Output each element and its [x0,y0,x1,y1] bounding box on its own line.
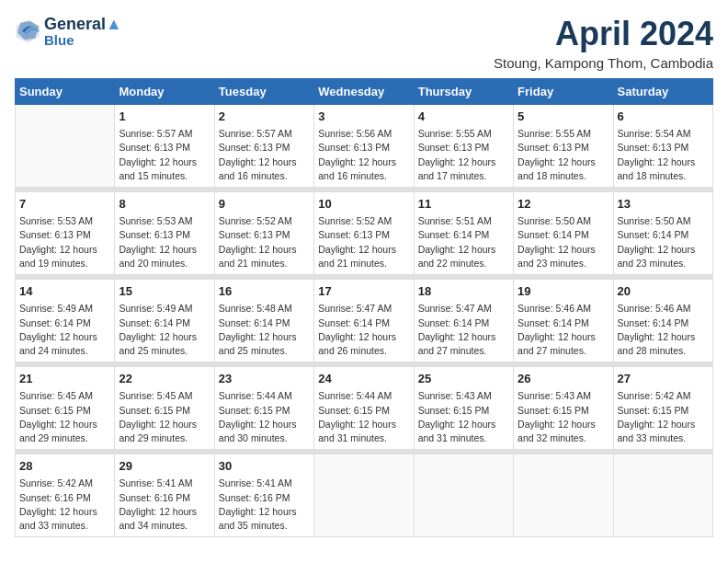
day-info: Sunrise: 5:57 AMSunset: 6:13 PMDaylight:… [119,127,210,183]
day-number: 14 [19,283,110,300]
day-number: 29 [119,458,210,475]
day-info: Sunrise: 5:50 AMSunset: 6:14 PMDaylight:… [618,214,709,270]
day-number: 6 [618,109,709,125]
day-info: Sunrise: 5:44 AMSunset: 6:15 PMDaylight:… [219,389,310,445]
calendar-week-row: 28Sunrise: 5:42 AMSunset: 6:16 PMDayligh… [16,454,713,537]
day-info: Sunrise: 5:52 AMSunset: 6:13 PMDaylight:… [318,214,409,270]
calendar-cell: 29Sunrise: 5:41 AMSunset: 6:16 PMDayligh… [115,454,214,537]
day-number: 20 [618,283,709,300]
day-number: 7 [19,196,110,213]
calendar-week-row: 1Sunrise: 5:57 AMSunset: 6:13 PMDaylight… [16,105,713,188]
calendar-cell: 5Sunrise: 5:55 AMSunset: 6:13 PMDaylight… [514,105,613,188]
day-info: Sunrise: 5:41 AMSunset: 6:16 PMDaylight:… [119,477,210,533]
calendar-cell: 20Sunrise: 5:46 AMSunset: 6:14 PMDayligh… [613,280,712,362]
day-info: Sunrise: 5:46 AMSunset: 6:14 PMDaylight:… [518,302,609,358]
day-info: Sunrise: 5:53 AMSunset: 6:13 PMDaylight:… [119,214,210,270]
day-info: Sunrise: 5:50 AMSunset: 6:14 PMDaylight:… [518,214,609,270]
day-info: Sunrise: 5:55 AMSunset: 6:13 PMDaylight:… [518,127,609,183]
day-info: Sunrise: 5:43 AMSunset: 6:15 PMDaylight:… [518,389,609,445]
calendar-header-row: SundayMondayTuesdayWednesdayThursdayFrid… [16,79,713,105]
calendar-cell: 10Sunrise: 5:52 AMSunset: 6:13 PMDayligh… [314,192,414,275]
day-number: 17 [318,283,409,300]
header-tuesday: Tuesday [214,79,313,105]
calendar-week-row: 7Sunrise: 5:53 AMSunset: 6:13 PMDaylight… [16,192,713,275]
day-info: Sunrise: 5:42 AMSunset: 6:15 PMDaylight:… [618,389,709,445]
day-info: Sunrise: 5:45 AMSunset: 6:15 PMDaylight:… [119,389,210,445]
calendar-cell: 1Sunrise: 5:57 AMSunset: 6:13 PMDaylight… [115,105,214,188]
header-sunday: Sunday [16,79,115,105]
day-number: 9 [219,196,310,213]
calendar-cell: 2Sunrise: 5:57 AMSunset: 6:13 PMDaylight… [214,105,313,188]
calendar-cell: 21Sunrise: 5:45 AMSunset: 6:15 PMDayligh… [16,367,115,450]
calendar-cell: 11Sunrise: 5:51 AMSunset: 6:14 PMDayligh… [414,192,513,275]
day-info: Sunrise: 5:53 AMSunset: 6:13 PMDaylight:… [19,214,110,270]
day-number: 21 [19,371,110,387]
day-info: Sunrise: 5:49 AMSunset: 6:14 PMDaylight:… [19,302,110,358]
page-header: General▲ Blue April 2024 Stoung, Kampong… [15,15,713,71]
calendar-cell [414,454,513,537]
day-number: 4 [418,109,509,125]
calendar-cell: 3Sunrise: 5:56 AMSunset: 6:13 PMDaylight… [314,105,414,188]
day-info: Sunrise: 5:44 AMSunset: 6:15 PMDaylight:… [318,389,409,445]
calendar-cell: 8Sunrise: 5:53 AMSunset: 6:13 PMDaylight… [115,192,214,275]
day-info: Sunrise: 5:47 AMSunset: 6:14 PMDaylight:… [318,302,409,358]
day-info: Sunrise: 5:41 AMSunset: 6:16 PMDaylight:… [219,477,310,533]
calendar-cell: 14Sunrise: 5:49 AMSunset: 6:14 PMDayligh… [16,280,115,362]
calendar-cell [514,454,613,537]
calendar-cell: 27Sunrise: 5:42 AMSunset: 6:15 PMDayligh… [613,367,712,450]
calendar-cell: 17Sunrise: 5:47 AMSunset: 6:14 PMDayligh… [314,280,414,362]
logo-text: General▲ Blue [44,15,122,48]
calendar-cell: 19Sunrise: 5:46 AMSunset: 6:14 PMDayligh… [514,280,613,362]
calendar-cell [16,105,115,188]
day-number: 13 [618,196,709,213]
day-info: Sunrise: 5:49 AMSunset: 6:14 PMDaylight:… [119,302,210,358]
day-info: Sunrise: 5:46 AMSunset: 6:14 PMDaylight:… [618,302,709,358]
calendar-cell: 12Sunrise: 5:50 AMSunset: 6:14 PMDayligh… [514,192,613,275]
day-info: Sunrise: 5:48 AMSunset: 6:14 PMDaylight:… [219,302,310,358]
day-number: 5 [518,109,609,125]
day-number: 26 [518,371,609,387]
header-wednesday: Wednesday [314,79,414,105]
day-info: Sunrise: 5:56 AMSunset: 6:13 PMDaylight:… [318,127,409,183]
day-number: 27 [618,371,709,387]
day-number: 12 [518,196,609,213]
day-number: 25 [418,371,509,387]
day-number: 16 [219,283,310,300]
day-number: 15 [119,283,210,300]
calendar-week-row: 21Sunrise: 5:45 AMSunset: 6:15 PMDayligh… [16,367,713,450]
calendar-subtitle: Stoung, Kampong Thom, Cambodia [494,55,713,71]
day-number: 22 [119,371,210,387]
logo: General▲ Blue [15,15,122,48]
day-number: 19 [518,283,609,300]
day-info: Sunrise: 5:43 AMSunset: 6:15 PMDaylight:… [418,389,509,445]
calendar-cell: 15Sunrise: 5:49 AMSunset: 6:14 PMDayligh… [115,280,214,362]
calendar-cell: 9Sunrise: 5:52 AMSunset: 6:13 PMDaylight… [214,192,313,275]
header-monday: Monday [115,79,214,105]
day-info: Sunrise: 5:52 AMSunset: 6:13 PMDaylight:… [219,214,310,270]
day-number: 1 [119,109,210,125]
calendar-cell: 26Sunrise: 5:43 AMSunset: 6:15 PMDayligh… [514,367,613,450]
calendar-cell [613,454,712,537]
header-friday: Friday [514,79,613,105]
title-area: April 2024 Stoung, Kampong Thom, Cambodi… [494,15,713,71]
day-info: Sunrise: 5:45 AMSunset: 6:15 PMDaylight:… [19,389,110,445]
calendar-cell: 7Sunrise: 5:53 AMSunset: 6:13 PMDaylight… [16,192,115,275]
day-info: Sunrise: 5:54 AMSunset: 6:13 PMDaylight:… [618,127,709,183]
calendar-title: April 2024 [494,15,713,53]
day-info: Sunrise: 5:55 AMSunset: 6:13 PMDaylight:… [418,127,509,183]
day-number: 23 [219,371,310,387]
calendar-cell: 6Sunrise: 5:54 AMSunset: 6:13 PMDaylight… [613,105,712,188]
calendar-cell: 18Sunrise: 5:47 AMSunset: 6:14 PMDayligh… [414,280,513,362]
header-saturday: Saturday [613,79,712,105]
calendar-cell: 13Sunrise: 5:50 AMSunset: 6:14 PMDayligh… [613,192,712,275]
calendar-cell: 23Sunrise: 5:44 AMSunset: 6:15 PMDayligh… [214,367,313,450]
logo-icon [15,18,40,44]
header-thursday: Thursday [414,79,513,105]
calendar-table: SundayMondayTuesdayWednesdayThursdayFrid… [15,78,713,537]
day-number: 18 [418,283,509,300]
calendar-cell [314,454,414,537]
day-number: 2 [219,109,310,125]
day-number: 11 [418,196,509,213]
calendar-week-row: 14Sunrise: 5:49 AMSunset: 6:14 PMDayligh… [16,280,713,362]
day-info: Sunrise: 5:42 AMSunset: 6:16 PMDaylight:… [19,477,110,533]
